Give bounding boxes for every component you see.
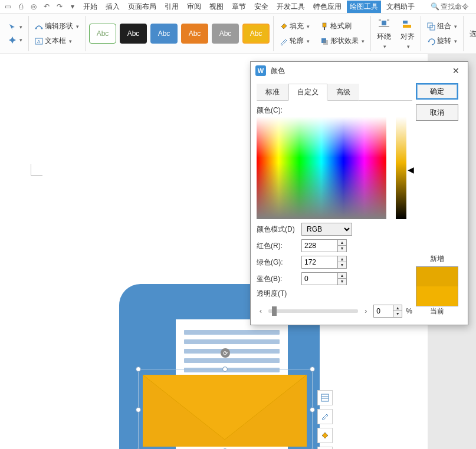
format-brush-button[interactable]: 格式刷 — [318, 20, 367, 32]
text-box-label: 文本框 — [45, 36, 66, 46]
edit-shape-label: 编辑形状 — [45, 21, 73, 31]
svg-rect-14 — [403, 25, 411, 28]
opacity-label: 透明度(T) — [257, 289, 412, 299]
preview-icon[interactable]: ◎ — [28, 1, 39, 12]
tab-reference[interactable]: 引用 — [162, 1, 182, 13]
print-icon[interactable]: ⎙ — [15, 1, 26, 12]
new-color-label: 新增 — [416, 254, 458, 264]
blue-spin-up[interactable]: ▲ — [338, 273, 346, 279]
red-spin-down[interactable]: ▼ — [338, 246, 346, 252]
sparkle-icon — [8, 36, 17, 44]
tab-special[interactable]: 特色应用 — [310, 1, 344, 13]
blue-label: 蓝色(B): — [257, 274, 297, 284]
style-swatch-3[interactable]: Abc — [150, 24, 178, 44]
red-input[interactable] — [301, 239, 338, 252]
shape-effect-button[interactable]: 形状效果 — [318, 35, 367, 47]
opacity-slider[interactable] — [268, 309, 358, 313]
opacity-thumb[interactable] — [272, 306, 277, 316]
group-button[interactable]: 组合 — [425, 20, 459, 32]
tab-standard[interactable]: 标准 — [257, 84, 288, 101]
tab-doc-helper[interactable]: 文档助手 — [383, 1, 418, 13]
opacity-spin-down[interactable]: ▼ — [393, 311, 402, 317]
outline-button[interactable]: 轮廓 — [277, 35, 312, 47]
command-search-input[interactable] — [441, 2, 476, 11]
blue-spin-down[interactable]: ▼ — [338, 279, 346, 285]
edit-shape-button[interactable]: 编辑形状 — [32, 20, 81, 32]
redo-icon[interactable]: ↷ — [54, 1, 65, 12]
cancel-button[interactable]: 取消 — [416, 104, 458, 121]
tool-frame[interactable] — [317, 447, 333, 449]
style-swatch-5[interactable]: Abc — [212, 24, 239, 44]
close-button[interactable]: ✕ — [449, 64, 463, 78]
page-corner — [31, 164, 42, 176]
pen-icon — [280, 37, 288, 45]
color-mode-select[interactable]: RGB — [301, 223, 352, 236]
open-icon[interactable]: ▭ — [2, 1, 13, 12]
tool-layout[interactable] — [317, 390, 333, 405]
opacity-spin-up[interactable]: ▲ — [393, 305, 402, 311]
red-spin-up[interactable]: ▲ — [338, 240, 346, 246]
cursor-icon — [8, 23, 17, 31]
color-dialog: W 颜色 ✕ 标准 自定义 高级 颜色(C): ◀ 颜色模式(D) RGB — [250, 61, 468, 325]
green-input[interactable] — [301, 256, 338, 269]
envelope-flap — [143, 375, 307, 449]
new-color-swatch — [416, 267, 458, 286]
dialog-titlebar[interactable]: W 颜色 ✕ — [251, 62, 468, 80]
tab-advanced[interactable]: 高级 — [327, 84, 359, 101]
wps-logo-icon: W — [255, 65, 266, 76]
green-spin-up[interactable]: ▲ — [338, 256, 346, 262]
green-spin-down[interactable]: ▼ — [338, 262, 346, 268]
tab-review[interactable]: 审阅 — [184, 1, 204, 13]
wrap-button[interactable]: 环绕 — [375, 18, 393, 49]
tab-draw-tools[interactable]: 绘图工具 — [347, 1, 381, 13]
tab-section[interactable]: 章节 — [229, 1, 249, 13]
fill-button[interactable]: 填充 — [277, 20, 312, 32]
tab-layout[interactable]: 页面布局 — [125, 1, 159, 13]
search-icon: 🔍 — [431, 2, 439, 11]
text-box-button[interactable]: A 文本框 — [32, 35, 81, 47]
convert-shape-button[interactable] — [6, 22, 25, 32]
tab-custom[interactable]: 自定义 — [288, 84, 327, 101]
tab-view[interactable]: 视图 — [206, 1, 226, 13]
style-swatch-1[interactable]: Abc — [89, 24, 116, 44]
layout-icon — [320, 393, 330, 402]
command-search[interactable]: 🔍 — [431, 2, 476, 11]
tool-edit[interactable] — [317, 409, 333, 424]
blue-input[interactable] — [301, 272, 338, 285]
undo-icon[interactable]: ↶ — [41, 1, 52, 12]
green-label: 绿色(G): — [257, 257, 297, 268]
rotate-button[interactable]: 旋转 — [425, 35, 459, 47]
style-swatch-6[interactable]: Abc — [242, 24, 270, 44]
style-swatch-2[interactable]: Abc — [120, 24, 147, 44]
value-pointer-icon[interactable]: ◀ — [408, 165, 414, 174]
paint-icon — [320, 431, 330, 440]
svg-rect-9 — [382, 21, 386, 25]
wrap-label: 环绕 — [377, 32, 391, 42]
shape-style-gallery: Abc Abc Abc Abc Abc Abc — [89, 24, 270, 44]
tab-insert[interactable]: 插入 — [103, 1, 123, 13]
tab-dev[interactable]: 开发工具 — [274, 1, 308, 13]
group-icon — [427, 22, 435, 31]
hue-sat-field[interactable] — [257, 117, 386, 219]
select-label: 选择 — [470, 29, 476, 39]
select-button[interactable]: 选择 — [467, 18, 476, 49]
bucket-icon — [280, 22, 288, 31]
tab-start[interactable]: 开始 — [80, 1, 100, 13]
value-strip[interactable] — [396, 117, 406, 219]
tool-fill[interactable] — [317, 428, 333, 443]
nodes-icon — [35, 22, 43, 31]
more-icon[interactable]: ▾ — [67, 1, 78, 12]
style-swatch-4[interactable]: Abc — [181, 24, 208, 44]
opacity-input[interactable] — [373, 305, 393, 318]
fill-label: 填充 — [290, 21, 304, 31]
opacity-decrease[interactable]: ‹ — [257, 307, 265, 315]
insert-shape-button[interactable] — [6, 35, 25, 45]
tab-security[interactable]: 安全 — [251, 1, 271, 13]
svg-rect-13 — [403, 21, 408, 24]
ok-button[interactable]: 确定 — [416, 83, 458, 100]
align-icon — [402, 18, 413, 30]
opacity-increase[interactable]: › — [362, 307, 370, 315]
align-button[interactable]: 对齐 — [398, 18, 417, 49]
color-mode-label: 颜色模式(D) — [257, 224, 297, 235]
svg-marker-0 — [9, 24, 15, 30]
